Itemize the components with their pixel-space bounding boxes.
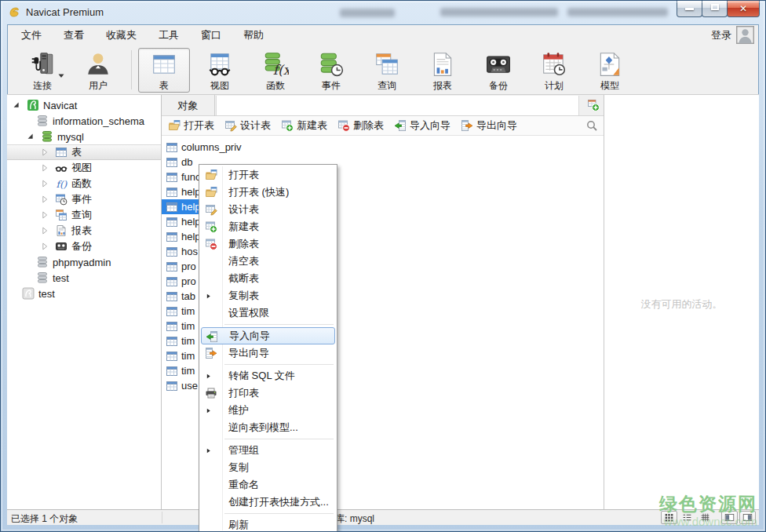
sidebar-item-views[interactable]: 视图 xyxy=(7,160,161,176)
objbar-import-wizard-button[interactable]: 导入向导 xyxy=(394,118,450,133)
menubar-item[interactable]: 工具 xyxy=(148,25,190,46)
submenu-arrow-icon xyxy=(205,447,212,454)
toolbar-tables-button[interactable]: 表 xyxy=(138,48,190,93)
sidebar-item-phpmyadmin[interactable]: phpmyadmin xyxy=(7,254,161,270)
objbar-open-table-button[interactable]: 打开表 xyxy=(168,118,214,133)
activity-empty-text: 没有可用的活动。 xyxy=(604,297,759,312)
table-row[interactable]: columns_priv xyxy=(162,140,604,155)
tab-objects[interactable]: 对象 xyxy=(162,95,215,116)
context-menu-item-design-table[interactable]: 设计表 xyxy=(199,201,337,218)
toolbar-reports-button[interactable]: 报表 xyxy=(417,48,469,93)
context-menu-item-new-table[interactable]: 新建表 xyxy=(199,218,337,235)
context-menu-item-create-shortcut[interactable]: 创建打开表快捷方式... xyxy=(199,494,337,511)
status-view-list-button[interactable] xyxy=(679,511,695,524)
close-button[interactable]: ✕ xyxy=(727,1,760,17)
menubar-item[interactable]: 帮助 xyxy=(232,25,275,46)
sidebar-item-events[interactable]: 事件 xyxy=(7,191,161,207)
table-icon xyxy=(166,216,178,228)
menubar-item[interactable]: 查看 xyxy=(53,25,95,46)
status-pane-right-button[interactable] xyxy=(739,511,756,524)
event32-icon xyxy=(318,51,345,78)
maximize-button[interactable] xyxy=(702,1,728,17)
context-menu-item-reverse-to-model[interactable]: 逆向表到模型... xyxy=(199,419,337,436)
toolbar-user-button[interactable]: 用户 xyxy=(72,48,124,93)
objbar-export-wizard-button[interactable]: 导出向导 xyxy=(461,118,517,133)
context-menu-item-set-permissions[interactable]: 设置权限 xyxy=(199,304,337,322)
toolbar-events-button[interactable]: 事件 xyxy=(305,48,357,93)
tree-item-label: Navicat xyxy=(43,100,77,111)
query32-icon xyxy=(374,51,400,78)
title-bar[interactable]: Navicat Premium ✕ xyxy=(1,1,765,24)
sidebar-item-test-conn[interactable]: test xyxy=(7,286,161,301)
arrow-expanded-icon xyxy=(10,100,23,111)
view-icon xyxy=(55,162,67,174)
toolbar-schedule-button[interactable]: 计划 xyxy=(528,48,580,93)
context-menu-item-import-wizard[interactable]: 导入向导 xyxy=(201,327,335,344)
context-menu-item-export-wizard[interactable]: 导出向导 xyxy=(199,344,337,362)
table-icon xyxy=(166,246,178,258)
table-name: help xyxy=(181,231,201,242)
context-menu-item-manage-group[interactable]: 管理组 xyxy=(199,442,337,459)
objbar-new-table-label: 新建表 xyxy=(297,118,327,133)
menubar-item[interactable]: 收藏夹 xyxy=(95,25,148,46)
login-button[interactable]: 登录 xyxy=(711,28,731,42)
toolbar-connect-button[interactable]: 连接 xyxy=(16,48,68,93)
sidebar-item-mysql[interactable]: mysql xyxy=(7,129,161,144)
context-menu-item-empty-table[interactable]: 清空表 xyxy=(199,253,337,270)
menu-item-label: 新建表 xyxy=(228,220,259,234)
status-pane-left-button[interactable] xyxy=(721,511,738,524)
sidebar-item-reports[interactable]: 报表 xyxy=(7,223,161,239)
tree-item-label: test xyxy=(38,288,55,300)
toolbar-models-button[interactable]: 模型 xyxy=(584,48,636,93)
window-title: Navicat Premium xyxy=(26,6,104,18)
sidebar-item-functions[interactable]: f()函数 xyxy=(7,176,161,191)
toolbar-views-button[interactable]: 视图 xyxy=(194,48,246,93)
sidebar-item-backups[interactable]: 备份 xyxy=(7,239,161,254)
new-table-icon xyxy=(281,119,294,132)
window-controls: ✕ xyxy=(677,1,760,17)
menu-bar: 文件查看收藏夹工具窗口帮助 登录 xyxy=(7,24,759,46)
sidebar-item-test-db[interactable]: test xyxy=(7,270,161,286)
menu-item-label: 转储 SQL 文件 xyxy=(228,369,295,383)
status-divider xyxy=(162,512,162,523)
db-green-icon xyxy=(41,130,53,143)
context-menu-item-rename[interactable]: 重命名 xyxy=(199,476,337,494)
sidebar-item-information-schema[interactable]: information_schema xyxy=(7,113,161,129)
toolbar-backups-button[interactable]: 备份 xyxy=(472,48,524,93)
menu-item-label: 删除表 xyxy=(228,237,259,251)
sidebar-item-tables[interactable]: 表 xyxy=(7,144,161,160)
status-view-detail-button[interactable] xyxy=(697,511,713,524)
table-name: help xyxy=(181,186,201,198)
context-menu-item-copy[interactable]: 复制 xyxy=(199,459,337,476)
delete-table-icon xyxy=(337,119,350,132)
search-icon[interactable] xyxy=(585,119,598,132)
new-tab-button[interactable] xyxy=(587,99,600,111)
context-menu-item-open-table-fast[interactable]: 打开表 (快速) xyxy=(199,184,337,201)
menubar-item[interactable]: 文件 xyxy=(10,25,53,46)
context-menu-item-truncate-table[interactable]: 截断表 xyxy=(199,270,337,287)
context-menu-item-duplicate-table[interactable]: 复制表 xyxy=(199,287,337,304)
table-icon xyxy=(166,305,178,318)
context-menu-item-maintain[interactable]: 维护 xyxy=(199,402,337,419)
db-grey-icon xyxy=(36,115,49,127)
context-menu-item-open-table[interactable]: 打开表 xyxy=(199,166,337,184)
objbar-design-table-label: 设计表 xyxy=(240,118,271,133)
minimize-button[interactable] xyxy=(677,1,702,17)
objbar-design-table-button[interactable]: 设计表 xyxy=(224,118,271,133)
context-menu-item-print-table[interactable]: 打印表 xyxy=(199,384,337,402)
toolbar-functions-button[interactable]: f(x)函数 xyxy=(250,48,301,93)
toolbar-queries-button[interactable]: 查询 xyxy=(361,48,413,93)
menubar-item[interactable]: 窗口 xyxy=(190,25,232,46)
sidebar-item-queries[interactable]: 查询 xyxy=(7,207,161,223)
status-bar: 已选择 1 个对象 数据库: mysql xyxy=(7,509,759,525)
context-menu-item-delete-table[interactable]: 删除表 xyxy=(199,235,337,253)
objbar-new-table-button[interactable]: 新建表 xyxy=(281,118,327,133)
sidebar-item-navicat[interactable]: Navicat xyxy=(7,97,161,113)
status-view-grid-button[interactable] xyxy=(661,511,677,524)
tree-indent xyxy=(10,288,22,299)
user-avatar-icon[interactable] xyxy=(736,26,754,44)
model32-icon xyxy=(596,51,623,78)
context-menu-item-dump-sql[interactable]: 转储 SQL 文件 xyxy=(199,367,337,384)
context-menu-item-refresh[interactable]: 刷新 xyxy=(199,516,337,532)
objbar-delete-table-button[interactable]: 删除表 xyxy=(337,118,384,133)
